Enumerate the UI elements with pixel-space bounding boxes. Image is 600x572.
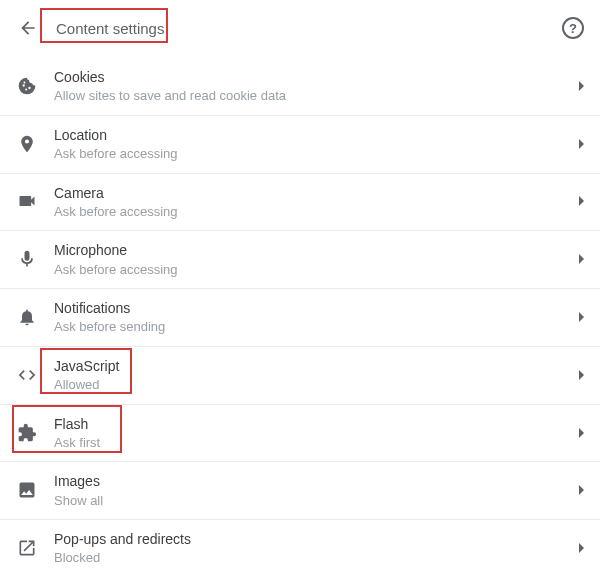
row-subtitle: Show all: [54, 493, 579, 509]
row-subtitle: Blocked: [54, 550, 579, 566]
chevron-right-icon: [579, 485, 584, 495]
row-subtitle: Ask before sending: [54, 319, 579, 335]
popup-icon: [16, 537, 38, 559]
row-title: Cookies: [54, 68, 579, 86]
chevron-right-icon: [579, 254, 584, 264]
row-notifications[interactable]: Notifications Ask before sending: [0, 289, 600, 347]
row-location[interactable]: Location Ask before accessing: [0, 116, 600, 174]
row-subtitle: Ask first: [54, 435, 579, 451]
plugin-icon: [16, 422, 38, 444]
bell-icon: [16, 306, 38, 328]
cookie-icon: [16, 75, 38, 97]
code-icon: [16, 364, 38, 386]
page-title: Content settings: [56, 20, 164, 37]
chevron-right-icon: [579, 312, 584, 322]
help-button[interactable]: ?: [562, 17, 584, 39]
row-cookies[interactable]: Cookies Allow sites to save and read coo…: [0, 58, 600, 116]
row-title: Images: [54, 472, 579, 490]
header: Content settings ?: [0, 0, 600, 58]
row-title: Microphone: [54, 241, 579, 259]
chevron-right-icon: [579, 81, 584, 91]
row-camera[interactable]: Camera Ask before accessing: [0, 174, 600, 232]
camera-icon: [16, 190, 38, 212]
row-title: Location: [54, 126, 579, 144]
row-title: Camera: [54, 184, 579, 202]
chevron-right-icon: [579, 370, 584, 380]
chevron-right-icon: [579, 196, 584, 206]
microphone-icon: [16, 248, 38, 270]
row-title: JavaScript: [54, 357, 579, 375]
image-icon: [16, 479, 38, 501]
help-icon: ?: [569, 21, 577, 36]
row-subtitle: Ask before accessing: [54, 146, 579, 162]
row-title: Notifications: [54, 299, 579, 317]
chevron-right-icon: [579, 139, 584, 149]
row-javascript[interactable]: JavaScript Allowed: [0, 347, 600, 405]
row-subtitle: Ask before accessing: [54, 262, 579, 278]
arrow-left-icon: [18, 18, 38, 38]
row-subtitle: Ask before accessing: [54, 204, 579, 220]
back-button[interactable]: [16, 16, 40, 40]
row-flash[interactable]: Flash Ask first: [0, 405, 600, 463]
row-images[interactable]: Images Show all: [0, 462, 600, 520]
row-subtitle: Allowed: [54, 377, 579, 393]
chevron-right-icon: [579, 543, 584, 553]
row-title: Pop-ups and redirects: [54, 530, 579, 548]
row-subtitle: Allow sites to save and read cookie data: [54, 88, 579, 104]
row-popups[interactable]: Pop-ups and redirects Blocked: [0, 520, 600, 572]
location-icon: [16, 133, 38, 155]
row-microphone[interactable]: Microphone Ask before accessing: [0, 231, 600, 289]
chevron-right-icon: [579, 428, 584, 438]
row-title: Flash: [54, 415, 579, 433]
